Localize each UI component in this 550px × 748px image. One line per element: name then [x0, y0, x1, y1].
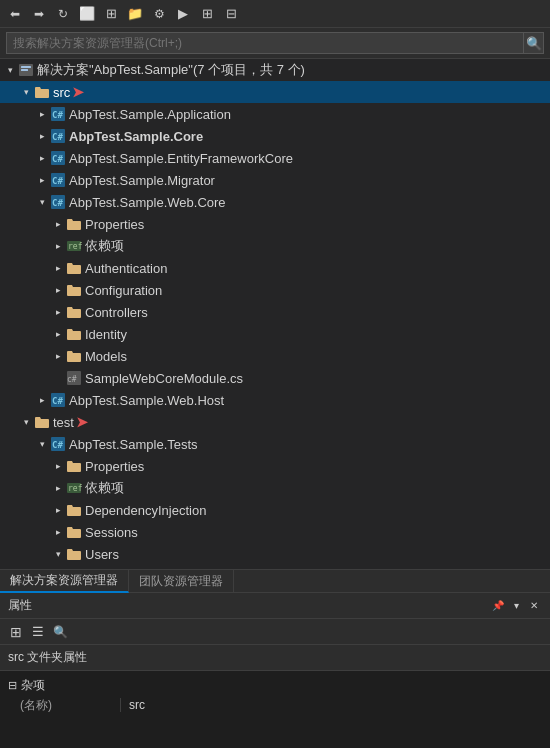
expand-arrow-icon[interactable] [2, 62, 18, 78]
expand-arrow-icon[interactable] [50, 238, 66, 254]
folder-icon [66, 502, 82, 518]
forward-icon[interactable]: ➡ [28, 3, 50, 25]
tree-item[interactable]: src ➤ [0, 81, 550, 103]
folder-icon [34, 84, 50, 100]
properties-title: 属性 [8, 597, 32, 614]
tree-item[interactable]: C# AbpTest.Sample.Web.Host [0, 389, 550, 411]
toolbar-icons: ⬅ ➡ ↻ ⬜ ⊞ 📁 ⚙ ▶ ⊞ ⊟ [4, 3, 242, 25]
svg-text:C#: C# [52, 154, 63, 164]
expand-arrow-icon[interactable] [34, 194, 50, 210]
dropdown-icon[interactable]: ▾ [508, 598, 524, 614]
arrow-icon[interactable]: ▶ [172, 3, 194, 25]
tree-item[interactable]: C# AbpTest.Sample.Core [0, 125, 550, 147]
svg-rect-2 [21, 69, 28, 71]
expand-arrow-icon[interactable] [50, 304, 66, 320]
expand-arrow-icon[interactable] [18, 84, 34, 100]
expand-arrow-icon[interactable] [50, 458, 66, 474]
copy-icon[interactable]: ⬜ [76, 3, 98, 25]
dots-icon[interactable]: ⊟ [220, 3, 242, 25]
section-label-misc: 杂项 [21, 677, 45, 694]
tree-item[interactable]: Configuration [0, 279, 550, 301]
expand-arrow-icon[interactable] [50, 524, 66, 540]
filter-icon[interactable]: ⊞ [196, 3, 218, 25]
section-header-misc[interactable]: 杂项 [0, 675, 550, 695]
tree-item[interactable]: Identity [0, 323, 550, 345]
folder-icon[interactable]: 📁 [124, 3, 146, 25]
bottom-tabs: 解决方案资源管理器团队资源管理器 [0, 569, 550, 593]
tree-item[interactable]: ref 依赖项 [0, 235, 550, 257]
folder-icon [66, 216, 82, 232]
tree-item[interactable]: Properties [0, 213, 550, 235]
pin-icon[interactable]: 📌 [490, 598, 506, 614]
folder-icon [66, 260, 82, 276]
property-value: src [120, 698, 550, 712]
expand-arrow-icon[interactable] [50, 348, 66, 364]
properties-subtitle: src 文件夹属性 [0, 645, 550, 671]
expand-arrow-icon[interactable] [50, 502, 66, 518]
ref-icon: ref [66, 238, 82, 254]
tree-item[interactable]: 解决方案"AbpTest.Sample"(7 个项目，共 7 个) [0, 59, 550, 81]
project-icon: C# [50, 194, 66, 210]
expand-arrow-icon[interactable] [18, 414, 34, 430]
expand-arrow-icon[interactable] [34, 172, 50, 188]
folder-icon [66, 304, 82, 320]
close-icon[interactable]: ✕ [526, 598, 542, 614]
folder-icon [66, 524, 82, 540]
tree-item[interactable]: c# SampleWebCoreModule.cs [0, 367, 550, 389]
tree-item[interactable]: Models [0, 345, 550, 367]
search-input-container[interactable] [6, 32, 524, 54]
solution-icon [18, 62, 34, 78]
search-button[interactable]: 🔍 [524, 32, 544, 54]
settings-icon[interactable]: ⚙ [148, 3, 170, 25]
svg-text:ref: ref [68, 242, 82, 251]
properties-panel-header: 属性 📌 ▾ ✕ [0, 593, 550, 619]
tree-item[interactable]: Sessions [0, 521, 550, 543]
folder-icon [66, 458, 82, 474]
bottom-tab[interactable]: 团队资源管理器 [129, 569, 234, 593]
properties-section: 杂项 (名称) src [0, 671, 550, 719]
expand-arrow-icon[interactable] [34, 436, 50, 452]
solution-explorer-tree: 解决方案"AbpTest.Sample"(7 个项目，共 7 个) src ➤ … [0, 59, 550, 569]
back-icon[interactable]: ⬅ [4, 3, 26, 25]
tree-item[interactable]: DependencyInjection [0, 499, 550, 521]
tree-item[interactable]: ref 依赖项 [0, 477, 550, 499]
expand-arrow-icon[interactable] [50, 370, 66, 386]
expand-arrow-icon[interactable] [34, 128, 50, 144]
folder-icon [66, 282, 82, 298]
expand-arrow-icon[interactable] [34, 392, 50, 408]
expand-arrow-icon[interactable] [50, 282, 66, 298]
main-toolbar: ⬅ ➡ ↻ ⬜ ⊞ 📁 ⚙ ▶ ⊞ ⊟ [0, 0, 550, 28]
expand-arrow-icon[interactable] [50, 260, 66, 276]
tree-item[interactable]: test ➤ [0, 411, 550, 433]
folder-icon [66, 326, 82, 342]
expand-arrow-icon[interactable] [50, 326, 66, 342]
project-icon: C# [50, 106, 66, 122]
tree-item-label: AbpTest.Sample.Core [69, 129, 203, 144]
search-input[interactable] [13, 36, 517, 50]
tree-item[interactable]: Controllers [0, 301, 550, 323]
tree-item[interactable]: C# AbpTest.Sample.Tests [0, 433, 550, 455]
expand-arrow-icon[interactable] [50, 216, 66, 232]
expand-arrow-icon[interactable] [34, 150, 50, 166]
tree-item[interactable]: C# AbpTest.Sample.Web.Core [0, 191, 550, 213]
tree-item[interactable]: Users [0, 543, 550, 565]
list-icon[interactable]: ☰ [28, 622, 48, 642]
tree-item[interactable]: Properties [0, 455, 550, 477]
expand-arrow-icon[interactable] [50, 480, 66, 496]
new-icon[interactable]: ⊞ [100, 3, 122, 25]
cs-icon: c# [66, 370, 82, 386]
refresh-icon[interactable]: ↻ [52, 3, 74, 25]
search-props-icon[interactable]: 🔍 [50, 622, 70, 642]
expand-arrow-icon[interactable] [34, 106, 50, 122]
grid-icon[interactable]: ⊞ [6, 622, 26, 642]
tree-item-label: test [53, 415, 74, 430]
bottom-tab[interactable]: 解决方案资源管理器 [0, 569, 129, 593]
expand-arrow-icon[interactable] [50, 546, 66, 562]
tree-item-label: src [53, 85, 70, 100]
tree-item-label: Models [85, 349, 127, 364]
red-arrow-indicator: ➤ [72, 84, 84, 100]
tree-item[interactable]: Authentication [0, 257, 550, 279]
tree-item[interactable]: C# AbpTest.Sample.EntityFrameworkCore [0, 147, 550, 169]
tree-item[interactable]: C# AbpTest.Sample.Application [0, 103, 550, 125]
tree-item[interactable]: C# AbpTest.Sample.Migrator [0, 169, 550, 191]
